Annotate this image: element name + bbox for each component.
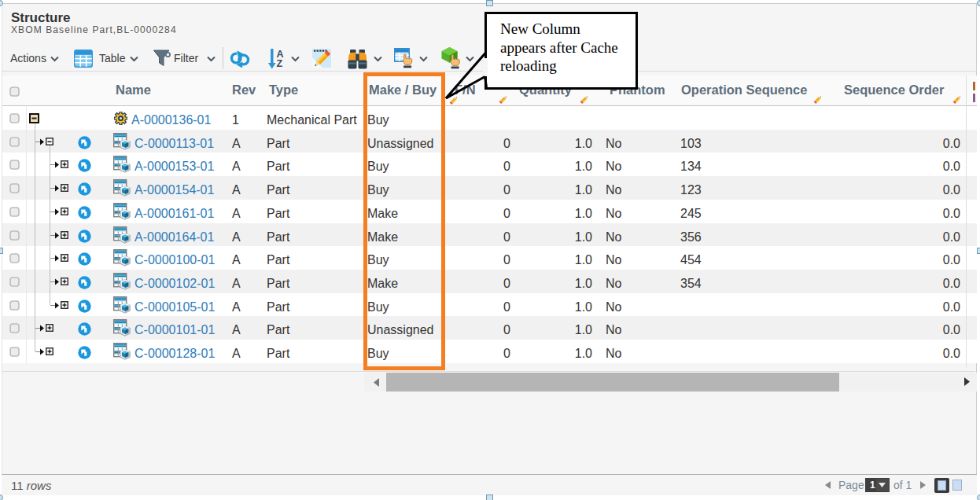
svg-text:appears after Cache: appears after Cache xyxy=(500,39,618,56)
svg-text:reloading: reloading xyxy=(500,57,557,74)
svg-text:New Column: New Column xyxy=(500,20,580,37)
svg-text:Z: Z xyxy=(277,58,283,69)
